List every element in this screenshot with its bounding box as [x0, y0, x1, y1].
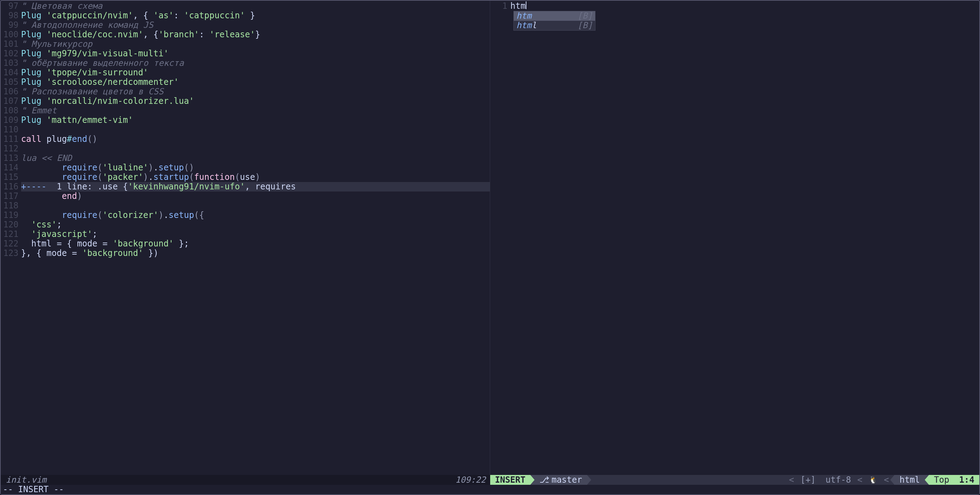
code-line[interactable]: 112 [1, 144, 490, 153]
code-line[interactable]: 107Plug 'norcalli/nvim-colorizer.lua' [1, 97, 490, 106]
code-line[interactable]: 123}, { mode = 'background' }) [1, 248, 490, 258]
completion-kind: [B] [578, 21, 593, 30]
code-content[interactable]: +---- 1 line: .use {'kevinhwang91/nvim-u… [21, 182, 490, 191]
code-content[interactable] [21, 125, 490, 134]
code-content[interactable]: 'javascript'; [21, 229, 490, 239]
code-line[interactable]: 98Plug 'catppuccin/nvim', { 'as': 'catpp… [1, 11, 490, 21]
left-buffer[interactable]: 97" Цветовая схема98Plug 'catppuccin/nvi… [1, 1, 490, 258]
code-line[interactable]: 113lua << END [1, 153, 490, 163]
token-ident: use [240, 172, 255, 182]
code-line[interactable]: 97" Цветовая схема [1, 2, 490, 11]
completion-item[interactable]: html[B] [514, 21, 595, 30]
left-split[interactable]: 97" Цветовая схема98Plug 'catppuccin/nvi… [1, 1, 490, 475]
code-content[interactable]: " Цветовая схема [21, 2, 490, 11]
code-line[interactable]: 122 html = { mode = 'background' }; [1, 239, 490, 248]
token-plug: Plug [21, 11, 46, 21]
code-line[interactable]: 114 require('lualine').setup() [1, 163, 490, 172]
token-str: 'background' [82, 248, 143, 258]
code-line[interactable]: 106" Распознавание цветов в CSS [1, 87, 490, 97]
modified-text: [+] [800, 475, 816, 485]
token-fn: setup [159, 162, 184, 172]
code-content[interactable]: call plug#end() [21, 134, 490, 144]
code-line[interactable]: 100Plug 'neoclide/coc.nvim', {'branch': … [1, 30, 490, 40]
code-content[interactable]: 'css'; [21, 220, 490, 229]
token-punct: . [154, 162, 159, 172]
code-line[interactable]: 121 'javascript'; [1, 229, 490, 239]
code-content[interactable] [21, 144, 490, 153]
token-paren: ) [159, 210, 163, 220]
encoding-text: utf-8 [826, 475, 851, 485]
code-content[interactable]: Plug 'mattn/emmet-vim' [21, 116, 490, 125]
code-content[interactable] [21, 201, 490, 210]
code-content[interactable]: }, { mode = 'background' }) [21, 248, 490, 258]
completion-word: html [516, 21, 537, 30]
code-content[interactable]: " обёртывание выделенного текста [21, 59, 490, 68]
token-paren: () [88, 134, 97, 144]
code-line[interactable]: 118 [1, 201, 490, 210]
statusline-fill [591, 475, 788, 485]
code-line[interactable]: 103" обёртывание выделенного текста [1, 59, 490, 68]
code-content[interactable]: " Распознавание цветов в CSS [21, 87, 490, 97]
token-str: 'javascript' [31, 229, 92, 239]
code-content[interactable]: require('lualine').setup() [21, 163, 490, 172]
typed-text[interactable]: htm [510, 2, 525, 11]
code-line[interactable]: 109Plug 'mattn/emmet-vim' [1, 116, 490, 125]
code-line[interactable]: 111call plug#end() [1, 134, 490, 144]
code-content[interactable]: html = { mode = 'background' }; [21, 239, 490, 248]
line-number: 116 [1, 182, 21, 191]
token-cmt: " обёртывание выделенного текста [21, 58, 184, 68]
code-content[interactable]: " Emmet [21, 106, 490, 116]
code-line[interactable]: 116+---- 1 line: .use {'kevinhwang91/nvi… [1, 182, 490, 191]
text-cursor [526, 2, 527, 9]
completion-match: htm [516, 11, 531, 21]
right-buffer[interactable]: 1 htm [490, 1, 980, 11]
code-line[interactable]: 110 [1, 125, 490, 134]
code-content[interactable]: Plug 'scrooloose/nerdcommenter' [21, 78, 490, 87]
code-line[interactable]: 120 'css'; [1, 220, 490, 229]
scroll-percent: Top [929, 475, 954, 485]
code-content[interactable]: lua << END [21, 153, 490, 163]
code-content[interactable]: require('colorizer').setup({ [21, 210, 490, 220]
code-line[interactable]: 117 end) [1, 191, 490, 201]
separator-icon [587, 475, 591, 485]
token-str: 'catppuccin' [184, 11, 245, 21]
code-content[interactable]: Plug 'norcalli/nvim-colorizer.lua' [21, 97, 490, 106]
code-line[interactable]: 104Plug 'tpope/vim-surround' [1, 68, 490, 78]
code-content[interactable]: Plug 'neoclide/coc.nvim', {'branch': 're… [21, 30, 490, 40]
code-content[interactable]: Plug 'mg979/vim-visual-multi' [21, 49, 490, 59]
code-content[interactable]: Plug 'catppuccin/nvim', { 'as': 'catppuc… [21, 11, 490, 21]
token-punct: }; [173, 239, 189, 248]
code-line[interactable]: 115 require('packer').startup(function(u… [1, 172, 490, 182]
token-fn: setup [169, 210, 194, 220]
token-text [21, 220, 31, 229]
right-split[interactable]: 1 htm htm[B]html[B] [490, 1, 980, 475]
code-content[interactable]: end) [21, 191, 490, 201]
angle-separator-icon: < [788, 475, 795, 485]
token-text: 1 line: [52, 181, 97, 191]
code-content[interactable]: Plug 'tpope/vim-surround' [21, 68, 490, 78]
code-line[interactable]: 99" Автодополнение команд JS [1, 21, 490, 30]
token-punct: = [97, 239, 113, 248]
token-fn: startup [154, 172, 189, 182]
code-content[interactable]: " Автодополнение команд JS [21, 21, 490, 30]
completion-popup[interactable]: htm[B]html[B] [514, 11, 595, 31]
code-content[interactable]: " Мультикурсор [21, 40, 490, 49]
right-line-1[interactable]: 1 htm [490, 2, 980, 11]
command-line[interactable]: -- INSERT -- [1, 485, 979, 494]
cursor-location: 1:4 [954, 475, 979, 485]
completion-item[interactable]: htm[B] [514, 11, 595, 21]
code-line[interactable]: 105Plug 'scrooloose/nerdcommenter' [1, 78, 490, 87]
token-cmt: " Автодополнение команд JS [21, 20, 154, 30]
token-str: 'as' [153, 11, 173, 21]
line-number: 108 [1, 106, 21, 116]
line-number: 122 [1, 239, 21, 248]
code-line[interactable]: 119 require('colorizer').setup({ [1, 210, 490, 220]
code-line[interactable]: 108" Emmet [1, 106, 490, 116]
code-content[interactable]: require('packer').startup(function(use) [21, 172, 490, 182]
code-line[interactable]: 102Plug 'mg979/vim-visual-multi' [1, 49, 490, 59]
angle-separator-icon: < [856, 475, 864, 485]
code-line[interactable]: 101" Мультикурсор [1, 40, 490, 49]
filename: init.vim [6, 475, 46, 485]
token-str: 'norcalli/nvim-colorizer.lua' [46, 96, 194, 106]
token-ident: requires [255, 181, 296, 191]
